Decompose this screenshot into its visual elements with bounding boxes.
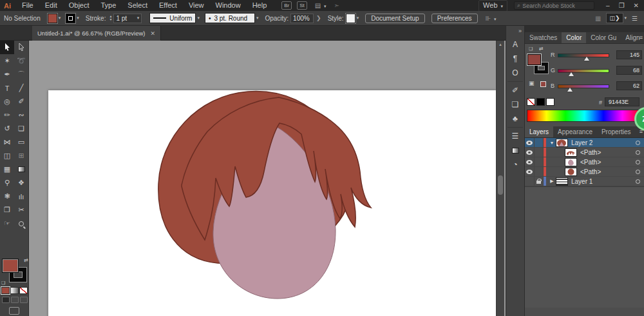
g-slider-track[interactable] xyxy=(558,69,609,73)
magic-wand-tool[interactable]: ✶ xyxy=(0,54,14,68)
visibility-toggle[interactable] xyxy=(525,157,535,166)
brush-chevron-icon[interactable]: ▾ xyxy=(256,15,259,21)
target-circle-icon[interactable] xyxy=(636,170,640,174)
menu-type[interactable]: Type xyxy=(95,0,122,11)
stroke-weight-stepper[interactable]: ▲▼ xyxy=(109,15,112,21)
visibility-toggle[interactable] xyxy=(525,167,535,176)
rotate-tool[interactable]: ↺ xyxy=(0,122,14,135)
hex-value-field[interactable]: 91443E xyxy=(605,97,639,106)
layer-row-layer-2[interactable]: ▼Layer 2 xyxy=(525,138,644,148)
selection-tool[interactable] xyxy=(0,41,14,54)
search-input[interactable]: ⌕ Search Adobe Stock xyxy=(514,1,594,10)
default-fill-stroke-icon[interactable]: ❏ xyxy=(1,281,5,286)
menu-window[interactable]: Window xyxy=(210,0,247,11)
close-button[interactable]: ✕ xyxy=(634,2,639,9)
none-mode-button[interactable] xyxy=(19,287,28,294)
b-value-field[interactable]: 62 xyxy=(616,81,642,90)
style-chevron-icon[interactable]: ▾ xyxy=(357,15,359,21)
color-mode-button[interactable] xyxy=(1,287,10,294)
layer-row-path[interactable]: <Path> xyxy=(525,167,644,177)
mesh-tool[interactable]: ▦ xyxy=(0,163,14,176)
gradient-panel-icon[interactable] xyxy=(506,143,524,157)
zoom-tool[interactable] xyxy=(14,217,28,230)
pencil-tool[interactable]: ✏ xyxy=(0,108,14,122)
layers-tab-properties[interactable]: Properties xyxy=(597,126,636,137)
workspace-switcher[interactable]: Web ▾ xyxy=(478,0,507,12)
gradient-tool[interactable] xyxy=(14,163,28,176)
none-swatch[interactable] xyxy=(527,98,535,106)
brushes-panel-icon[interactable]: ✐ xyxy=(506,83,524,97)
anime-head-artwork[interactable] xyxy=(29,41,506,316)
default-swatches-icon[interactable]: ❏ xyxy=(529,46,533,52)
layer-thumbnail[interactable] xyxy=(565,148,577,157)
fill-color-indicator[interactable] xyxy=(527,54,541,65)
character-panel-icon[interactable]: A xyxy=(506,37,524,52)
layer-thumbnail[interactable] xyxy=(565,158,577,166)
target-circle-icon[interactable] xyxy=(636,179,640,184)
symbol-sprayer-tool[interactable]: ❃ xyxy=(0,190,14,203)
color-spectrum-bar[interactable] xyxy=(527,110,642,122)
layer-row-path[interactable]: <Path> xyxy=(525,148,644,157)
white-swatch[interactable] xyxy=(546,98,554,106)
shaper-tool[interactable]: ∾ xyxy=(14,108,28,122)
fill-color-swatch[interactable] xyxy=(48,14,57,23)
layer-label[interactable]: Layer 1 xyxy=(571,178,636,185)
lock-toggle[interactable] xyxy=(535,167,544,176)
tab-close-icon[interactable]: ✕ xyxy=(151,30,156,37)
layer-thumbnail[interactable] xyxy=(565,168,577,176)
brush-definition-select[interactable]: •3 pt. Round xyxy=(205,13,255,23)
color-tab-color-gu[interactable]: Color Gu xyxy=(586,32,621,43)
lock-toggle[interactable] xyxy=(535,157,544,166)
layer-row-path[interactable]: <Path> xyxy=(525,157,644,167)
slice-tool[interactable]: ✂ xyxy=(14,203,28,217)
visibility-toggle[interactable] xyxy=(525,177,535,186)
width-profile-chevron-icon[interactable]: ▾ xyxy=(197,15,200,21)
b-slider-track[interactable] xyxy=(558,84,609,88)
free-transform-tool[interactable]: ▭ xyxy=(14,135,28,149)
expand-chevron-icon[interactable]: ▼ xyxy=(548,141,556,145)
eyedropper-tool[interactable]: ⚲ xyxy=(0,176,14,190)
list-view-icon[interactable]: ☰ xyxy=(632,15,638,22)
paintbrush-tool[interactable]: ✐ xyxy=(14,95,28,108)
opacity-panel-arrow[interactable]: ❯ xyxy=(316,15,321,21)
artboard-tool[interactable]: ❐ xyxy=(0,203,14,217)
swap-fill-stroke-icon[interactable]: ⇄ xyxy=(24,257,28,263)
panel-layout-button[interactable]: ◫❯ xyxy=(606,13,623,23)
expand-dock-icon[interactable]: » xyxy=(518,28,522,34)
menu-file[interactable]: File xyxy=(16,0,39,11)
lock-toggle[interactable] xyxy=(535,148,544,157)
width-tool[interactable]: ⋈ xyxy=(0,135,14,149)
touch-workspace-icon[interactable]: ▦ xyxy=(595,15,601,22)
blend-tool[interactable]: ❖ xyxy=(14,176,28,190)
layers-tab-appearance[interactable]: Appearance xyxy=(553,126,597,137)
color-panel-menu-icon[interactable]: ≡ xyxy=(639,34,643,41)
menu-object[interactable]: Object xyxy=(63,0,95,11)
web-color-cube-icon[interactable]: ▣ xyxy=(529,80,535,86)
web-color-swatch[interactable] xyxy=(540,81,546,87)
align-options-icon[interactable]: ⊪ ▾ xyxy=(486,15,497,22)
r-value-field[interactable]: 145 xyxy=(616,50,642,59)
transparency-panel-icon[interactable]: ◔ xyxy=(506,157,524,172)
layer-thumbnail[interactable] xyxy=(556,139,568,147)
hand-tool[interactable]: ☞ xyxy=(0,217,14,230)
shape-builder-tool[interactable]: ◫ xyxy=(0,149,14,163)
opentype-panel-icon[interactable]: O xyxy=(506,66,524,80)
stroke-chevron-icon[interactable]: ▾ xyxy=(77,15,79,21)
scrollbar-thumb[interactable] xyxy=(498,175,503,195)
draw-inside-button[interactable] xyxy=(20,297,28,303)
draw-normal-button[interactable] xyxy=(2,297,10,303)
minimize-button[interactable]: – xyxy=(606,2,610,9)
restore-button[interactable]: ❐ xyxy=(619,2,625,9)
screen-mode-button[interactable] xyxy=(9,307,19,315)
r-slider-thumb[interactable] xyxy=(584,57,589,61)
pen-tool[interactable]: ✒ xyxy=(0,68,14,81)
stroke-weight-select[interactable]: 1 pt▾ xyxy=(113,14,142,23)
preferences-button[interactable]: Preferences xyxy=(431,14,478,23)
stroke-panel-icon[interactable]: ☰ xyxy=(506,129,524,143)
ellipse-tool[interactable]: ◎ xyxy=(0,95,14,108)
color-tab-swatches[interactable]: Swatches xyxy=(525,32,562,43)
lasso-tool[interactable]: ➰ xyxy=(14,54,28,68)
color-tab-color[interactable]: Color xyxy=(562,32,586,43)
g-slider-thumb[interactable] xyxy=(569,72,574,76)
layer-label[interactable]: <Path> xyxy=(580,159,636,166)
